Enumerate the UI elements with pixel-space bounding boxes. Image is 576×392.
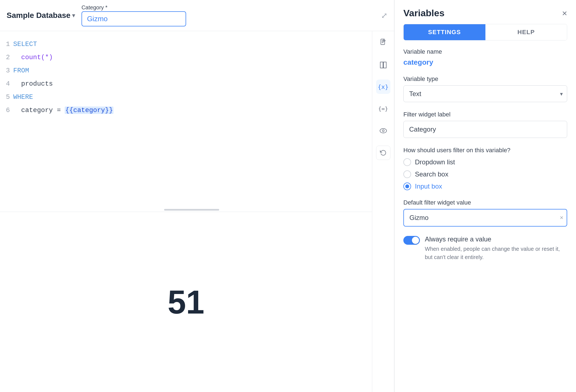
toggle-description: When enabled, people can change the valu…: [425, 245, 567, 261]
code-line-5: WHERE: [13, 91, 372, 104]
svg-point-2: [382, 130, 384, 132]
code-line-2: count(*): [13, 51, 372, 64]
filter-widget-label-input[interactable]: [403, 121, 567, 138]
radio-search-label: Search box: [415, 170, 448, 178]
result-area: 51: [0, 212, 372, 392]
code-line-6: category = {{category}}: [13, 104, 372, 117]
category-label: Category *: [81, 4, 186, 11]
editor-area: 1 2 3 4 5 6 SELECT count(*) FROM product…: [0, 31, 394, 392]
svg-rect-0: [381, 39, 385, 45]
book-icon-button[interactable]: [376, 58, 390, 72]
always-require-toggle[interactable]: [403, 236, 420, 245]
default-value-label: Default filter widget value: [403, 199, 567, 206]
variables-header: Variables ×: [395, 0, 576, 24]
code-line-4: products: [13, 77, 372, 91]
tabs-row: SETTINGS HELP: [403, 24, 567, 40]
database-name: Sample Database: [7, 11, 70, 20]
code-line-1: SELECT: [13, 38, 372, 51]
filter-options-group: How should users filter on this variable…: [403, 147, 567, 190]
default-value-input[interactable]: [403, 209, 567, 227]
variables-panel: Variables × SETTINGS HELP Variable name …: [394, 0, 576, 392]
always-require-toggle-row: Always require a value When enabled, peo…: [403, 235, 567, 261]
toggle-knob: [412, 237, 419, 244]
variable-type-label: Variable type: [403, 75, 567, 83]
default-value-input-wrapper: ×: [403, 209, 567, 227]
right-icons-bar: {x} {=}: [372, 31, 394, 392]
list-icon-button[interactable]: {=}: [376, 102, 390, 116]
database-selector[interactable]: Sample Database ▾: [7, 11, 75, 20]
result-number: 51: [168, 283, 204, 321]
settings-content: Variable name category Variable type Tex…: [395, 48, 576, 261]
variable-type-select[interactable]: Text Number Date Boolean: [403, 85, 567, 102]
eye-icon-button[interactable]: [376, 124, 390, 138]
category-input[interactable]: [81, 11, 186, 26]
variable-icon-button[interactable]: {x}: [376, 80, 390, 94]
close-panel-button[interactable]: ×: [562, 9, 567, 18]
radio-dropdown-label: Dropdown list: [415, 158, 455, 166]
radio-input-circle: [403, 183, 411, 190]
category-field-wrapper: Category *: [81, 4, 186, 26]
list-icon: {=}: [378, 105, 388, 112]
variable-name-label: Variable name: [403, 48, 567, 55]
default-value-group: Default filter widget value ×: [403, 199, 567, 227]
clear-input-button[interactable]: ×: [560, 215, 563, 221]
code-line-3: FROM: [13, 64, 372, 77]
radio-group: Dropdown list Search box Input box: [403, 158, 567, 190]
filter-widget-label-group: Filter widget label: [403, 111, 567, 138]
variable-icon: {x}: [378, 83, 389, 90]
radio-search-circle: [403, 170, 411, 178]
variable-type-group: Variable type Text Number Date Boolean ▾: [403, 75, 567, 102]
variable-type-select-wrapper: Text Number Date Boolean ▾: [403, 85, 567, 102]
scrollbar-thumb: [164, 209, 219, 211]
horizontal-scrollbar[interactable]: [11, 209, 372, 211]
chevron-down-icon: ▾: [72, 12, 75, 19]
toggle-title: Always require a value: [425, 235, 567, 243]
radio-dropdown-circle: [403, 158, 411, 166]
variable-name-group: Variable name category: [403, 48, 567, 67]
radio-input[interactable]: Input box: [403, 183, 567, 190]
variable-name-value: category: [403, 58, 567, 67]
tab-help[interactable]: HELP: [485, 24, 567, 40]
top-bar: Sample Database ▾ Category * ⤢: [0, 0, 394, 31]
tab-settings[interactable]: SETTINGS: [404, 24, 485, 40]
radio-dropdown[interactable]: Dropdown list: [403, 158, 567, 166]
toggle-text: Always require a value When enabled, peo…: [425, 235, 567, 261]
left-panel: Sample Database ▾ Category * ⤢ 1 2 3 4 5…: [0, 0, 394, 392]
compress-icon[interactable]: ⤢: [381, 11, 387, 20]
filter-question-text: How should users filter on this variable…: [403, 147, 567, 154]
radio-input-label: Input box: [415, 183, 442, 190]
top-bar-right: ⤢: [381, 11, 387, 20]
panel-title: Variables: [403, 8, 444, 18]
refresh-icon-button[interactable]: [376, 146, 390, 160]
radio-search[interactable]: Search box: [403, 170, 567, 178]
svg-point-1: [380, 129, 387, 133]
filter-widget-label-title: Filter widget label: [403, 111, 567, 118]
document-icon-button[interactable]: [376, 36, 390, 50]
